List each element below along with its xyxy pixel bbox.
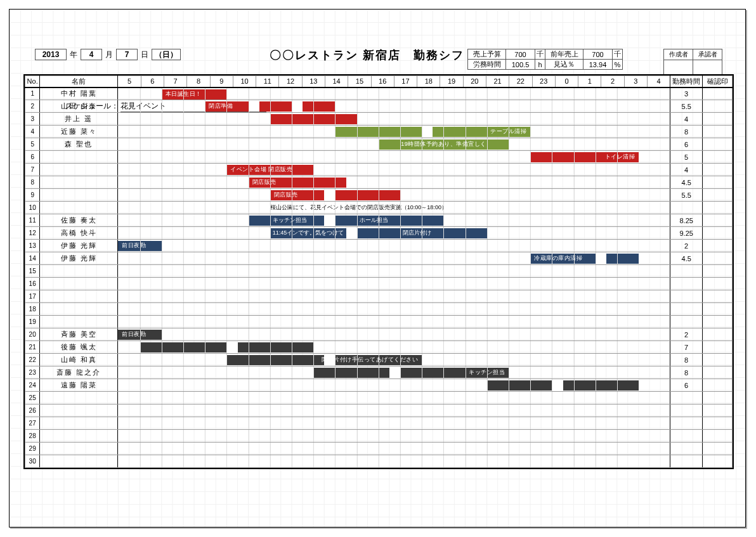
row-8: 8閉店販売4.5 bbox=[25, 176, 733, 189]
row-30: 30 bbox=[25, 455, 733, 468]
row-no: 3 bbox=[25, 113, 40, 126]
row-name: 高橋 快斗 bbox=[40, 227, 118, 240]
row-no: 28 bbox=[25, 430, 40, 443]
row-no: 24 bbox=[25, 379, 40, 392]
row-no: 22 bbox=[25, 354, 40, 366]
row-25: 25 bbox=[25, 392, 733, 404]
prev-sales-value: 700 bbox=[583, 49, 613, 60]
row-20: 20斉藤 美空前日夜勤2 bbox=[25, 328, 733, 341]
row-work: 5.5 bbox=[670, 100, 703, 113]
row-stamp bbox=[703, 138, 733, 151]
row-4: 4近藤 菜々テーブル清掃8 bbox=[25, 126, 733, 138]
row-work bbox=[670, 316, 703, 328]
col-hour-4: 4 bbox=[647, 76, 670, 87]
row-chart bbox=[118, 392, 670, 404]
row-name bbox=[40, 151, 118, 164]
row-no: 2 bbox=[25, 100, 40, 113]
row-name: 後藤 颯太 bbox=[40, 341, 118, 354]
row-chart bbox=[118, 455, 670, 468]
row-no: 8 bbox=[25, 176, 40, 189]
row-name bbox=[40, 443, 118, 455]
row-chart bbox=[118, 443, 670, 455]
sales-budget-label: 売上予算 bbox=[468, 49, 506, 60]
day-value: 7 bbox=[116, 49, 138, 60]
row-work: 2 bbox=[670, 240, 703, 252]
col-hour-0: 0 bbox=[555, 76, 578, 87]
row-chart: 閉店片付け手伝ってあげてください bbox=[118, 354, 670, 366]
col-hour-3: 3 bbox=[624, 76, 647, 87]
year-label: 年 bbox=[69, 49, 78, 60]
row-name: 近藤 菜々 bbox=[40, 126, 118, 138]
row-chart: 閉店販売 bbox=[118, 176, 670, 189]
col-no: No. bbox=[25, 76, 40, 87]
row-no: 19 bbox=[25, 316, 40, 328]
row-22: 22山崎 和真閉店片付け手伝ってあげてください8 bbox=[25, 354, 733, 366]
row-chart: トイレ清掃 bbox=[118, 151, 670, 164]
row-chart: テーブル清掃 bbox=[118, 126, 670, 138]
row-1: 1中村 陽葉本日誕生日！3 bbox=[25, 87, 733, 100]
row-work bbox=[670, 290, 703, 303]
row-stamp bbox=[703, 455, 733, 468]
row-name: 斉藤 美空 bbox=[40, 328, 118, 341]
row-24: 24遠藤 陽菜6 bbox=[25, 379, 733, 392]
row-name: 中村 陽葉 bbox=[40, 87, 118, 100]
col-hour-13: 13 bbox=[302, 76, 325, 87]
bar-label: キッチン担当 bbox=[273, 216, 307, 224]
row-15: 15 bbox=[25, 265, 733, 278]
row-note: 桜山公園にて、花見イベント会場での閉店販売実施（10:00～18:00） bbox=[270, 204, 447, 212]
row-work: 8 bbox=[670, 354, 703, 366]
row-work: 4 bbox=[670, 164, 703, 176]
row-chart: 11:45インです。気をつけて！閉店片付け bbox=[118, 227, 670, 240]
row-23: 23斎藤 龍之介キッチン担当8 bbox=[25, 366, 733, 379]
row-chart: 前日夜勤 bbox=[118, 328, 670, 341]
row-chart bbox=[118, 113, 670, 126]
col-name: 名前 bbox=[40, 76, 118, 87]
row-no: 30 bbox=[25, 455, 40, 468]
row-no: 1 bbox=[25, 87, 40, 100]
row-no: 14 bbox=[25, 252, 40, 265]
row-chart bbox=[118, 303, 670, 316]
row-name: 斎藤 龍之介 bbox=[40, 366, 118, 379]
row-7: 7イベント会場 閉店販売4 bbox=[25, 164, 733, 176]
row-21: 21後藤 颯太7 bbox=[25, 341, 733, 354]
row-chart bbox=[118, 316, 670, 328]
shift-bar: テーブル清掃 bbox=[335, 127, 530, 137]
row-chart: 桜山公園にて、花見イベント会場での閉店販売実施（10:00～18:00） bbox=[118, 202, 670, 214]
row-no: 12 bbox=[25, 227, 40, 240]
row-stamp bbox=[703, 328, 733, 341]
row-no: 10 bbox=[25, 202, 40, 214]
row-stamp bbox=[703, 126, 733, 138]
row-no: 4 bbox=[25, 126, 40, 138]
row-chart: キッチン担当ホール担当 bbox=[118, 214, 670, 227]
row-chart: イベント会場 閉店販売 bbox=[118, 164, 670, 176]
row-stamp bbox=[703, 87, 733, 100]
col-hour-8: 8 bbox=[187, 76, 210, 87]
row-stamp bbox=[703, 366, 733, 379]
ratio-label: 見込％ bbox=[545, 60, 583, 70]
col-work: 勤務時間 bbox=[670, 76, 703, 87]
row-chart: 閉店準備 bbox=[118, 100, 670, 113]
col-hour-17: 17 bbox=[394, 76, 417, 87]
row-17: 17 bbox=[25, 290, 733, 303]
shift-bar: 本日誕生日！ bbox=[162, 89, 227, 100]
row-stamp bbox=[703, 303, 733, 316]
row-stamp bbox=[703, 316, 733, 328]
row-work: 6 bbox=[670, 138, 703, 151]
row-stamp bbox=[703, 404, 733, 417]
row-work bbox=[670, 443, 703, 455]
row-work: 6 bbox=[670, 379, 703, 392]
prev-sales-unit: 千 bbox=[613, 49, 623, 60]
row-name bbox=[40, 164, 118, 176]
bar-label: 11:45インです。気をつけて！ bbox=[273, 229, 350, 237]
approver-label: 承認者 bbox=[693, 49, 722, 60]
row-chart bbox=[118, 341, 670, 354]
row-chart: 本日誕生日！ bbox=[118, 87, 670, 100]
col-hour-6: 6 bbox=[141, 76, 164, 87]
row-no: 23 bbox=[25, 366, 40, 379]
col-hour-12: 12 bbox=[279, 76, 302, 87]
row-no: 18 bbox=[25, 303, 40, 316]
row-12: 12高橋 快斗11:45インです。気をつけて！閉店片付け9.25 bbox=[25, 227, 733, 240]
row-work: 9.25 bbox=[670, 227, 703, 240]
shift-bar: キッチン担当ホール担当 bbox=[249, 216, 444, 226]
row-chart: 閉店販売 bbox=[118, 189, 670, 202]
